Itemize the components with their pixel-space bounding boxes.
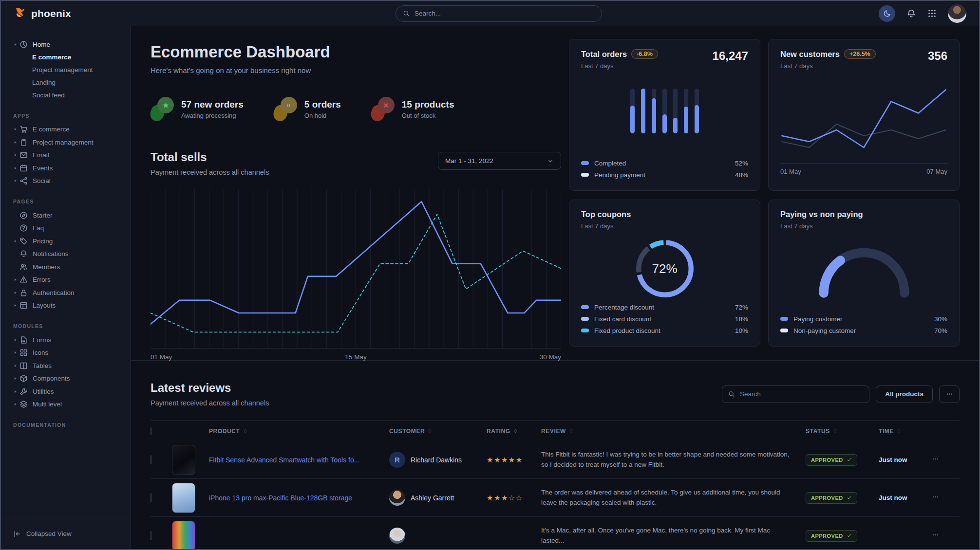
donut-center-label: 72%	[633, 237, 697, 301]
sidebar-item-utilities[interactable]: Utilities	[1, 385, 131, 398]
sidebar-item-project-management[interactable]: Project management	[1, 64, 131, 76]
column-header-time[interactable]: TIME	[879, 428, 932, 435]
caret-right-icon	[13, 277, 19, 282]
lock-icon	[19, 289, 28, 297]
new-customers-value: 356	[928, 49, 947, 63]
sidebar-item-tables[interactable]: Tables	[1, 359, 131, 372]
row-checkbox[interactable]	[151, 493, 151, 502]
total-sells-chart	[151, 189, 561, 348]
check-icon	[847, 533, 852, 538]
all-products-button[interactable]: All products	[876, 385, 933, 403]
collapse-left-icon	[13, 530, 21, 538]
app-window: phoenix Home E commerce Project manag	[0, 0, 980, 550]
sidebar-item-email[interactable]: Email	[1, 149, 131, 162]
sidebar-item-ecommerce[interactable]: E commerce	[1, 51, 131, 64]
sidebar-item-social-feed[interactable]: Social feed	[1, 89, 131, 102]
user-avatar[interactable]	[948, 4, 966, 23]
sidebar-item-notifications[interactable]: Notifications	[1, 248, 131, 261]
caret-right-icon	[13, 127, 19, 132]
sidebar-item-multi-level[interactable]: Multi level	[1, 398, 131, 411]
sidebar-item-components[interactable]: Components	[1, 372, 131, 385]
sidebar-item-faq[interactable]: Faq	[1, 222, 131, 235]
stat-out-of-stock: 15 products Out of stock	[371, 97, 454, 121]
sidebar-item-starter[interactable]: Starter	[1, 209, 131, 222]
caret-right-icon	[13, 152, 19, 158]
sidebar-item-forms[interactable]: Forms	[1, 333, 131, 347]
column-header-status[interactable]: STATUS	[806, 428, 879, 435]
calendar-icon	[19, 164, 28, 172]
navbar-actions	[879, 4, 966, 23]
total-sells-title: Total sells	[151, 150, 269, 164]
caret-right-icon	[13, 376, 19, 381]
product-thumbnail[interactable]	[172, 483, 195, 513]
total-orders-card: Total orders -6.8% Last 7 days 16,247 Co…	[569, 39, 760, 191]
nine-dots-icon	[927, 9, 937, 18]
product-link[interactable]: Fitbit Sense Advanced Smartwatch with To…	[209, 456, 389, 464]
stat-new-orders: 57 new orders Awating processing	[151, 97, 244, 121]
legend-item: Percentage discount 72%	[581, 301, 748, 313]
global-search[interactable]	[396, 5, 602, 22]
sidebar-item-pricing[interactable]: Pricing	[1, 235, 131, 248]
sort-icon	[427, 428, 433, 434]
collapse-sidebar-button[interactable]: Collapsed View	[1, 518, 131, 549]
row-menu-button[interactable]	[932, 456, 939, 464]
sidebar-item-layouts[interactable]: Layouts	[1, 299, 131, 312]
date-range-select[interactable]: Mar 1 - 31, 2022	[438, 152, 561, 170]
column-header-rating[interactable]: RATING	[487, 428, 541, 435]
notifications-button[interactable]	[906, 9, 916, 18]
column-header-review[interactable]: REVIEW	[541, 428, 806, 435]
pause-icon	[285, 102, 292, 109]
caret-right-icon	[13, 363, 19, 368]
legend-item: Paying customer 30%	[780, 313, 947, 325]
star-icon	[162, 102, 170, 109]
theme-toggle-button[interactable]	[879, 5, 895, 22]
sidebar-item-landing[interactable]: Landing	[1, 76, 131, 89]
sidebar-item-authentication[interactable]: Authentication	[1, 286, 131, 299]
customer-cell[interactable]	[389, 528, 487, 544]
sidebar-item-events[interactable]: Events	[1, 162, 131, 175]
sidebar-item-social[interactable]: Social	[1, 175, 131, 188]
sidebar-item-ecommerce-app[interactable]: E commerce	[1, 123, 131, 136]
sidebar-item-icons[interactable]: Icons	[1, 347, 131, 360]
warning-triangle-icon	[19, 275, 28, 284]
sidebar-item-home[interactable]: Home	[1, 38, 131, 51]
brand-logo[interactable]: phoenix	[14, 7, 71, 20]
column-header-customer[interactable]: CUSTOMER	[389, 428, 487, 435]
row-checkbox[interactable]	[151, 531, 151, 540]
stat-orders-on-hold: 5 orders On hold	[274, 97, 341, 121]
apps-grid-button[interactable]	[927, 9, 937, 18]
sidebar-item-errors[interactable]: Errors	[1, 274, 131, 287]
row-menu-button[interactable]	[932, 532, 939, 540]
global-search-input[interactable]	[415, 10, 595, 17]
legend-item: Pending payment 48%	[581, 169, 748, 181]
sidebar-item-members[interactable]: Members	[1, 260, 131, 274]
compass-icon	[19, 211, 28, 220]
product-link[interactable]: iPhone 13 pro max-Pacific Blue-128GB sto…	[209, 494, 389, 502]
row-menu-button[interactable]	[932, 494, 939, 502]
total-orders-value: 16,247	[713, 49, 748, 63]
reviews-search[interactable]	[722, 385, 869, 403]
status-badge: APPROVED	[806, 454, 857, 466]
product-thumbnail[interactable]	[172, 521, 195, 550]
legend-item: Fixed product discount 10%	[581, 325, 748, 336]
product-thumbnail[interactable]	[172, 445, 195, 475]
sort-icon	[896, 428, 902, 434]
ellipsis-icon	[932, 494, 939, 500]
order-bar	[695, 89, 699, 133]
reviews-search-input[interactable]	[740, 390, 863, 398]
main-content: Ecommerce Dashboard Here's what's going …	[131, 26, 979, 549]
legend-item: Completed 52%	[581, 157, 748, 169]
customer-cell[interactable]: R Richard Dawkins	[389, 452, 487, 468]
column-header-product[interactable]: PRODUCT	[209, 428, 389, 435]
customer-cell[interactable]: Ashley Garrett	[389, 490, 487, 506]
package-icon	[19, 374, 28, 383]
sidebar-item-project-management-app[interactable]: Project management	[1, 136, 131, 149]
ellipsis-icon	[932, 456, 939, 462]
row-checkbox[interactable]	[151, 455, 151, 464]
caret-right-icon	[13, 303, 19, 308]
order-bar	[630, 89, 635, 133]
bell-icon	[19, 250, 28, 258]
select-all-checkbox[interactable]	[151, 427, 151, 435]
total-sells-x-axis: 01 May 15 May 30 May	[151, 353, 561, 362]
reviews-more-button[interactable]	[939, 385, 960, 403]
